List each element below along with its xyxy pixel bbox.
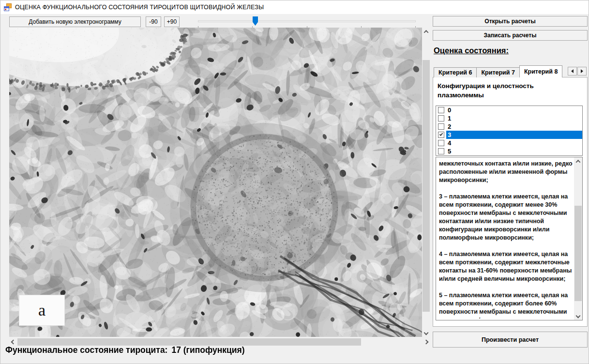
checkbox-icon[interactable] — [438, 148, 444, 154]
checkbox-icon[interactable] — [438, 123, 444, 130]
score-label: 0 — [446, 106, 582, 114]
checkbox-icon[interactable] — [438, 140, 444, 146]
scroll-up-icon[interactable] — [422, 28, 430, 36]
save-calculations-button[interactable]: Записать расчеты — [433, 30, 588, 41]
slider-thumb[interactable] — [253, 16, 258, 26]
tab-strip: Критерий 6Критерий 7Критерий 8 — [434, 65, 562, 77]
tab-criterion-8[interactable]: Критерий 8 — [519, 65, 562, 77]
tab-scroll-right-button[interactable] — [577, 67, 587, 76]
score-option-2[interactable]: 2 — [436, 122, 582, 131]
right-triangle-icon — [581, 69, 583, 73]
scroll-right-icon[interactable] — [422, 338, 430, 346]
score-option-4[interactable]: 4 — [436, 139, 582, 147]
criterion-description-text: межклеточных контакта и/или низкие, редк… — [439, 160, 573, 318]
description-paragraph: 3 – плазмолемма клетки имеется, целая на… — [439, 193, 573, 242]
open-calculations-button[interactable]: Открыть расчеты — [433, 16, 588, 27]
horizontal-scroll-thumb[interactable] — [17, 338, 361, 346]
figure-label: a — [19, 295, 65, 326]
scroll-down-icon[interactable] — [574, 312, 582, 320]
calculate-button[interactable]: Произвести расчет — [433, 332, 588, 348]
criterion-description-box: межклеточных контакта и/или низкие, редк… — [436, 157, 583, 320]
checkbox-icon[interactable] — [438, 115, 444, 121]
score-label: 1 — [446, 114, 582, 122]
left-triangle-icon — [571, 69, 574, 73]
tab-criterion-7[interactable]: Критерий 7 — [476, 67, 519, 77]
score-option-1[interactable]: 1 — [436, 114, 582, 122]
score-option-0[interactable]: 0 — [436, 106, 582, 114]
tab-criterion-6[interactable]: Критерий 6 — [434, 67, 477, 77]
score-label: 2 — [446, 122, 582, 131]
score-label: 3 — [446, 131, 582, 139]
add-electronogram-button[interactable]: Добавить новую электронограмму — [9, 16, 141, 27]
description-paragraph: 5 – плазмолемма клетки имеется, целая на… — [439, 291, 573, 318]
description-scrollbar[interactable] — [574, 157, 582, 320]
app-window: ОЦЕНКА ФУНКЦИОНАЛЬНОГО СОСТОЯНИЯ ТИРОЦИТ… — [0, 0, 589, 364]
score-label: 5 — [446, 147, 582, 155]
description-scroll-thumb[interactable] — [574, 206, 582, 301]
description-paragraph: 4 – плазмолемма клетки имеется, целая на… — [439, 250, 573, 283]
window-title: ОЦЕНКА ФУНКЦИОНАЛЬНОГО СОСТОЯНИЯ ТИРОЦИТ… — [15, 4, 264, 11]
score-option-3[interactable]: 3 — [436, 131, 582, 139]
rotate-plus-90-button[interactable]: +90 — [164, 16, 180, 27]
micrograph-viewer: a — [9, 28, 430, 337]
rotate-minus-90-button[interactable]: -90 — [146, 16, 161, 27]
slider-track[interactable] — [198, 20, 416, 22]
score-option-5[interactable]: 5 — [436, 147, 582, 155]
description-paragraph: межклеточных контакта и/или низкие, редк… — [439, 160, 573, 184]
assessment-section-title: Оценка состояния: — [434, 46, 509, 55]
scroll-up-icon[interactable] — [574, 157, 582, 166]
app-icon — [4, 3, 12, 11]
score-label: 4 — [446, 139, 582, 147]
electron-micrograph — [9, 28, 422, 337]
scroll-down-icon[interactable] — [422, 329, 430, 337]
criterion-title: Конфигурация и целостность плазмолеммы — [438, 81, 582, 100]
rotation-slider[interactable] — [198, 16, 416, 28]
status-bar: Функциональное состояние тироцита:17 (ги… — [5, 345, 245, 355]
checkbox-checked-icon[interactable] — [438, 132, 444, 138]
vertical-scroll-thumb[interactable] — [423, 60, 430, 312]
score-list[interactable]: 012345 — [436, 106, 583, 156]
status-value: 17 (гипофункция) — [171, 345, 244, 355]
title-bar: ОЦЕНКА ФУНКЦИОНАЛЬНОГО СОСТОЯНИЯ ТИРОЦИТ… — [0, 0, 589, 14]
checkbox-icon[interactable] — [438, 107, 444, 113]
status-label: Функциональное состояние тироцита: — [5, 345, 167, 355]
tab-scroll-left-button[interactable] — [568, 67, 577, 76]
vertical-scrollbar[interactable] — [422, 28, 430, 337]
